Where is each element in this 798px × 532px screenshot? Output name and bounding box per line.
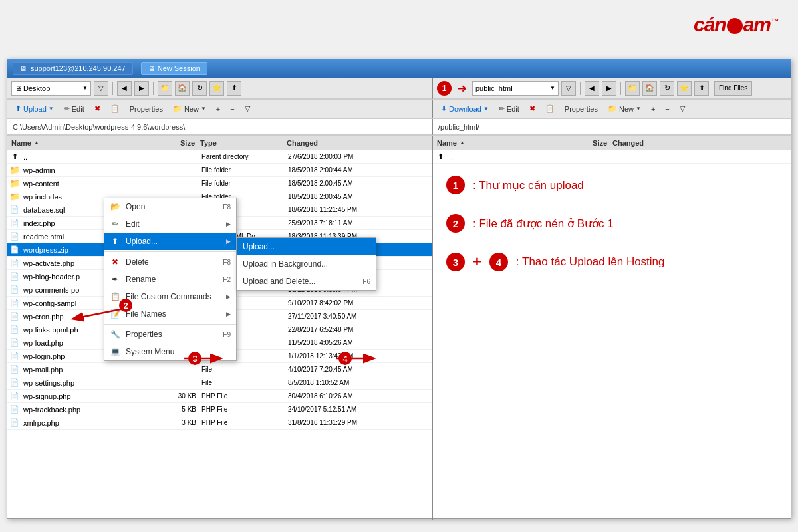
right-col-name: Name <box>437 139 457 147</box>
file-icon: 📄 <box>9 258 21 269</box>
ctx-rename[interactable]: ✒ Rename F2 <box>104 271 236 288</box>
left-reload-btn[interactable]: ↻ <box>192 81 207 96</box>
file-name: wp-admin <box>22 166 155 174</box>
find-files-btn[interactable]: Find Files <box>714 81 752 96</box>
list-item[interactable]: 📄 wp-signup.php 30 KB PHP File 30/4/2018… <box>7 390 432 403</box>
ctx-delete[interactable]: ✖ Delete F8 <box>104 253 236 271</box>
left-favorites-btn[interactable]: ⭐ <box>209 81 224 96</box>
properties-button[interactable]: Properties <box>126 101 167 117</box>
right-filter-btn[interactable]: ▽ <box>561 81 576 96</box>
left-path-combo[interactable]: 🖥 Desktop ▼ <box>11 81 91 96</box>
right-edit-button[interactable]: ✏ Edit <box>495 101 523 117</box>
file-type: PHP File <box>201 419 288 426</box>
ctx-sep-2 <box>104 324 236 325</box>
left-forward-btn[interactable]: ▶ <box>134 81 149 96</box>
right-filter-button[interactable]: ▽ <box>676 101 689 117</box>
filter-button[interactable]: ▽ <box>241 101 254 117</box>
file-changed: 27/11/2017 3:40:50 AM <box>288 313 432 320</box>
right-minus-button[interactable]: − <box>661 101 673 117</box>
sub-upload-bg[interactable]: Upload in Background... <box>237 255 376 273</box>
folder-icon: 📁 <box>9 165 21 176</box>
info-row-3: 3 + 4 : Thao tác Upload lên Hosting <box>446 253 784 271</box>
upload-button[interactable]: ⬆ Upload ▼ <box>11 101 58 117</box>
sub-upload-delete[interactable]: Upload and Delete... F6 <box>237 273 376 290</box>
add-button[interactable]: + <box>212 101 224 117</box>
right-action-toolbar: ⬇ Download ▼ ✏ Edit ✖ 📋 Properties 📁 New… <box>433 100 791 118</box>
new-button[interactable]: 📁 New ▼ <box>169 101 210 117</box>
left-col-changed: Changed <box>287 139 432 147</box>
file-icon: 📄 <box>9 311 21 322</box>
left-back-btn[interactable]: ◀ <box>117 81 132 96</box>
file-name: xmlrpc.php <box>22 419 155 427</box>
copy-button[interactable]: 📋 <box>106 101 124 117</box>
file-icon: 📄 <box>9 351 21 362</box>
minus-button[interactable]: − <box>226 101 238 117</box>
up-folder-icon: ⬆ <box>434 152 446 162</box>
sub-upload[interactable]: Upload... <box>237 238 376 255</box>
info-text-1: : Thư mục cần upload <box>473 178 584 192</box>
list-item[interactable]: 📄 wp-settings.php File 8/5/2018 1:10:52 … <box>7 376 432 390</box>
list-item[interactable]: 📁 wp-content File folder 18/5/2018 2:00:… <box>7 177 432 190</box>
right-folder-btn[interactable]: 📁 <box>625 81 640 96</box>
left-folder-btn[interactable]: 📁 <box>158 81 172 96</box>
right-copy-button[interactable]: 📋 <box>541 101 559 117</box>
ctx-file-names[interactable]: 📝 File Names ▶ <box>104 305 236 323</box>
info-text-2: : File đã được nén ở Bước 1 <box>473 217 614 231</box>
file-name: wp-content <box>22 180 155 188</box>
ctx-upload[interactable]: ⬆ Upload... ▶ <box>104 233 236 250</box>
ctx-edit[interactable]: ✏ Edit ▶ <box>104 215 236 233</box>
left-path-text: C:\Users\Admin\Desktop\wordpress-4.9.6\w… <box>13 123 185 131</box>
file-type: File <box>201 366 288 373</box>
right-properties-button[interactable]: Properties <box>561 101 602 117</box>
ctx-open[interactable]: 📂 Open F8 <box>104 198 236 215</box>
edit-button[interactable]: ✏ Edit <box>60 101 88 117</box>
right-back-btn[interactable]: ◀ <box>585 81 599 96</box>
file-type: PHP File <box>201 392 288 400</box>
right-col-size: Size <box>566 139 612 147</box>
file-changed: 9/10/2017 8:42:02 PM <box>288 299 432 307</box>
left-home-btn[interactable]: 🏠 <box>175 81 190 96</box>
left-path-bar: C:\Users\Admin\Desktop\wordpress-4.9.6\w… <box>7 119 433 135</box>
file-changed: 27/6/2018 2:00:03 PM <box>288 153 432 160</box>
find-files-button[interactable]: Find Files <box>714 81 752 96</box>
badge-circle-3: 3 <box>446 253 465 271</box>
folder-icon: 📁 <box>9 192 21 202</box>
right-reload-btn[interactable]: ↻ <box>660 81 674 96</box>
right-path-combo[interactable]: public_html ▼ <box>472 81 559 96</box>
right-new-button[interactable]: 📁 New ▼ <box>604 101 645 117</box>
file-changed: 11/5/2018 4:05:26 AM <box>288 339 432 346</box>
ctx-system-menu[interactable]: 💻 System Menu <box>104 343 236 360</box>
file-changed: 18/5/2018 2:00:45 AM <box>288 193 432 200</box>
right-forward-btn[interactable]: ▶ <box>602 81 616 96</box>
file-icon: 📄 <box>9 378 21 388</box>
file-icon: 📄 <box>9 205 21 215</box>
ctx-custom-commands[interactable]: 📋 File Custom Commands ▶ <box>104 288 236 305</box>
left-filter-btn[interactable]: ▽ <box>94 81 108 96</box>
new-session-button[interactable]: 🖥 New Session <box>141 62 207 75</box>
file-icon: 📄 <box>9 325 21 335</box>
right-path-bar: /public_html/ <box>433 119 791 135</box>
download-button[interactable]: ⬇ Download ▼ <box>437 101 493 117</box>
delete-button[interactable]: ✖ <box>90 101 104 117</box>
ctx-names-icon: 📝 <box>110 309 120 319</box>
right-delete-button[interactable]: ✖ <box>525 101 539 117</box>
left-col-size: Size <box>154 139 200 147</box>
left-up-btn[interactable]: ⬆ <box>227 81 241 96</box>
up-folder-icon: ⬆ <box>9 152 21 162</box>
file-name: wp-settings.php <box>22 379 155 387</box>
ctx-sys-icon: 💻 <box>110 347 120 356</box>
right-add-button[interactable]: + <box>647 101 659 117</box>
right-up-btn[interactable]: ⬆ <box>694 81 709 96</box>
session-tab[interactable]: 🖥 support123@210.245.90.247 <box>13 62 133 75</box>
list-item[interactable]: 📄 wp-trackback.php 5 KB PHP File 24/10/2… <box>7 403 432 416</box>
list-item[interactable]: ⬆ .. <box>433 150 791 164</box>
list-item[interactable]: 📄 wp-mail.php File 4/10/2017 7:20:45 AM <box>7 363 432 376</box>
right-favorites-btn[interactable]: ⭐ <box>677 81 692 96</box>
ctx-properties[interactable]: 🔧 Properties F9 <box>104 326 236 343</box>
left-action-toolbar: ⬆ Upload ▼ ✏ Edit ✖ 📋 Properties 📁 New ▼… <box>7 100 433 118</box>
list-item[interactable]: 📁 wp-admin File folder 18/5/2018 2:00:44… <box>7 164 432 177</box>
list-item[interactable]: 📄 xmlrpc.php 3 KB PHP File 31/8/2016 11:… <box>7 416 432 430</box>
right-home-btn[interactable]: 🏠 <box>642 81 657 96</box>
ctx-props-icon: 🔧 <box>110 330 120 339</box>
list-item[interactable]: ⬆ .. Parent directory 27/6/2018 2:00:03 … <box>7 150 432 164</box>
